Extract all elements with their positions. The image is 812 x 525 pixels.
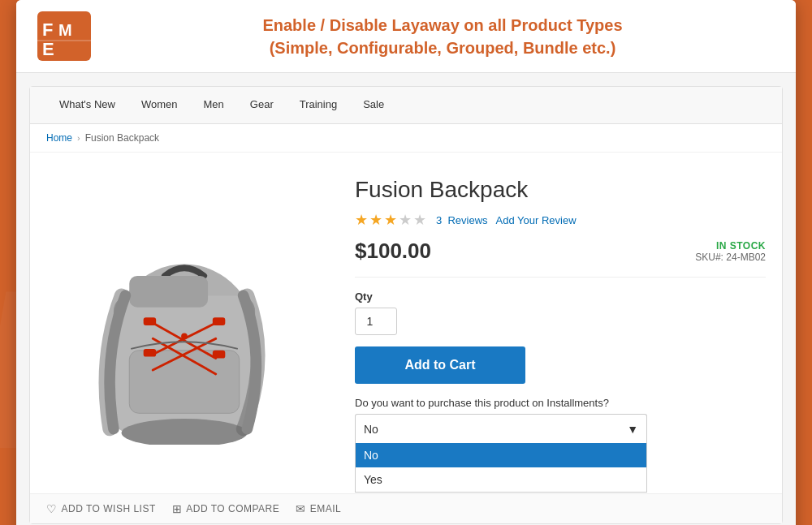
compare-label: ADD TO COMPARE: [186, 503, 279, 514]
nav-whats-new[interactable]: What's New: [46, 87, 128, 123]
email-label: EMAIL: [310, 503, 342, 514]
qty-input[interactable]: [355, 308, 397, 335]
svg-rect-13: [213, 317, 225, 325]
nav-women[interactable]: Women: [128, 87, 191, 123]
email-link[interactable]: ✉ EMAIL: [296, 502, 341, 515]
qty-label: Qty: [355, 290, 766, 303]
chevron-down-icon: ▼: [627, 423, 638, 436]
nav-sale[interactable]: Sale: [350, 87, 397, 123]
dropdown-selected-value: No: [364, 423, 378, 436]
compare-link[interactable]: ⊞ ADD TO COMPARE: [172, 502, 280, 515]
svg-rect-12: [144, 349, 156, 357]
bottom-actions: ♡ ADD TO WISH LIST ⊞ ADD TO COMPARE ✉ EM…: [30, 493, 782, 523]
product-image: [54, 193, 314, 453]
price-row: $100.00 IN STOCK SKU#: 24-MB02: [355, 239, 766, 278]
product-layout: Fusion Backpack ★★★★★ 3 Reviews Add Your…: [30, 153, 782, 493]
svg-text:E: E: [42, 39, 54, 59]
product-stars: ★★★★★: [355, 211, 428, 229]
nav-men[interactable]: Men: [191, 87, 237, 123]
nav-training[interactable]: Training: [287, 87, 350, 123]
wishlist-label: ADD TO WISH LIST: [62, 503, 156, 514]
svg-point-15: [181, 334, 188, 340]
email-icon: ✉: [296, 502, 306, 515]
product-title: Fusion Backpack: [355, 177, 766, 203]
dropdown-option-yes[interactable]: Yes: [356, 467, 646, 492]
product-price: $100.00: [355, 239, 431, 264]
banner-text: Enable / Disable Layaway on all Product …: [109, 14, 776, 59]
installments-dropdown[interactable]: No ▼ No Yes: [355, 414, 766, 443]
svg-rect-11: [213, 351, 225, 359]
nav-gear[interactable]: Gear: [237, 87, 287, 123]
breadcrumb-separator: ›: [77, 133, 80, 143]
breadcrumb-current: Fusion Backpack: [85, 132, 159, 144]
main-wrapper: F M E Enable / Disable Layaway on all Pr…: [16, 0, 796, 525]
heart-icon: ♡: [46, 502, 58, 515]
stock-sku: IN STOCK SKU#: 24-MB02: [695, 240, 766, 263]
top-banner: F M E Enable / Disable Layaway on all Pr…: [16, 0, 796, 73]
svg-rect-10: [144, 317, 156, 325]
add-review-link[interactable]: Add Your Review: [496, 214, 577, 226]
svg-text:M: M: [58, 21, 72, 39]
product-image-area: [46, 169, 322, 477]
svg-text:F: F: [42, 19, 53, 40]
compare-icon: ⊞: [172, 502, 183, 515]
dropdown-list: No Yes: [355, 443, 647, 493]
dropdown-option-no[interactable]: No: [356, 443, 646, 467]
product-page-card: What's New Women Men Gear Training Sale …: [29, 86, 783, 524]
dropdown-trigger[interactable]: No ▼: [355, 414, 647, 443]
svg-rect-8: [129, 276, 208, 308]
breadcrumb: Home › Fusion Backpack: [30, 124, 782, 153]
breadcrumb-home-link[interactable]: Home: [46, 132, 72, 144]
installments-label: Do you want to purchase this product on …: [355, 397, 766, 409]
reviews-link[interactable]: 3 Reviews: [436, 214, 488, 226]
fme-logo: F M E: [36, 10, 93, 62]
add-to-cart-button[interactable]: Add to Cart: [355, 346, 525, 384]
rating-row: ★★★★★ 3 Reviews Add Your Review: [355, 211, 766, 229]
product-details: Fusion Backpack ★★★★★ 3 Reviews Add Your…: [355, 169, 766, 477]
navigation: What's New Women Men Gear Training Sale: [30, 87, 782, 124]
svg-rect-9: [129, 351, 239, 413]
wishlist-link[interactable]: ♡ ADD TO WISH LIST: [46, 502, 156, 515]
stock-status: IN STOCK: [695, 240, 766, 252]
product-sku: SKU#: 24-MB02: [695, 252, 766, 263]
